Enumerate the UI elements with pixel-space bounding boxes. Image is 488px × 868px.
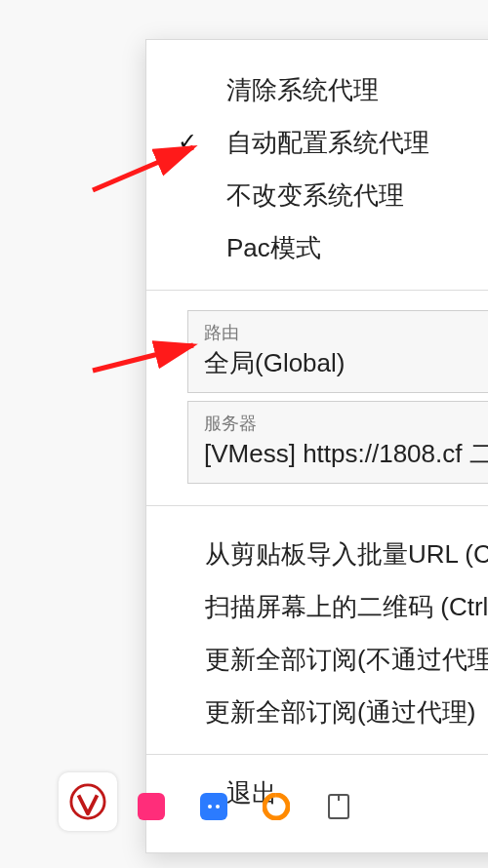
menu-item-label: 更新全部订阅(通过代理) — [205, 697, 475, 727]
menu-item-label: Pac模式 — [226, 233, 321, 262]
svg-point-5 — [208, 805, 212, 809]
menu-item-label: 更新全部订阅(不通过代理) — [205, 645, 488, 674]
chat-icon[interactable] — [199, 792, 228, 821]
route-label: 路由 — [204, 321, 488, 344]
orange-app-icon[interactable] — [262, 792, 291, 821]
taskbar-icons — [137, 792, 353, 821]
svg-rect-4 — [200, 793, 227, 820]
menu-item-keep-proxy[interactable]: 不改变系统代理 — [205, 169, 488, 221]
svg-rect-3 — [138, 793, 165, 820]
tray-app-chip[interactable] — [59, 772, 117, 831]
menu-separator — [146, 290, 488, 291]
menu-item-label: 不改变系统代理 — [226, 180, 404, 210]
pink-app-icon[interactable] — [137, 792, 166, 821]
menu-item-update-subs-noproxy[interactable]: 更新全部订阅(不通过代理) — [205, 633, 488, 686]
menu-item-import-clipboard[interactable]: 从剪贴板导入批量URL (Ctrl — [205, 528, 488, 580]
page-icon[interactable] — [324, 792, 353, 821]
server-field[interactable]: 服务器 [VMess] https://1808.cf 二 — [187, 401, 488, 484]
route-value: 全局(Global) — [204, 346, 488, 380]
svg-point-6 — [216, 805, 220, 809]
menu-item-update-subs-proxy[interactable]: 更新全部订阅(通过代理) — [205, 686, 488, 738]
tray-context-menu: 清除系统代理 自动配置系统代理 不改变系统代理 Pac模式 路由 全局(Glob… — [145, 39, 488, 853]
actions-section: 从剪贴板导入批量URL (Ctrl 扫描屏幕上的二维码 (Ctrl+S 更新全部… — [146, 506, 488, 738]
server-label: 服务器 — [204, 412, 488, 435]
menu-item-label: 从剪贴板导入批量URL (Ctrl — [205, 539, 488, 569]
route-field[interactable]: 路由 全局(Global) — [187, 310, 488, 393]
menu-item-clear-proxy[interactable]: 清除系统代理 — [205, 63, 488, 116]
menu-item-pac-mode[interactable]: Pac模式 — [205, 221, 488, 274]
server-value: [VMess] https://1808.cf 二 — [204, 437, 488, 471]
menu-item-label: 自动配置系统代理 — [226, 128, 429, 157]
proxy-mode-section: 清除系统代理 自动配置系统代理 不改变系统代理 Pac模式 — [146, 63, 488, 274]
menu-item-label: 扫描屏幕上的二维码 (Ctrl+S — [205, 592, 488, 621]
v2ray-icon — [69, 783, 106, 820]
menu-item-scan-qr[interactable]: 扫描屏幕上的二维码 (Ctrl+S — [205, 580, 488, 633]
menu-item-label: 清除系统代理 — [226, 75, 379, 104]
menu-item-auto-proxy[interactable]: 自动配置系统代理 — [205, 116, 488, 169]
